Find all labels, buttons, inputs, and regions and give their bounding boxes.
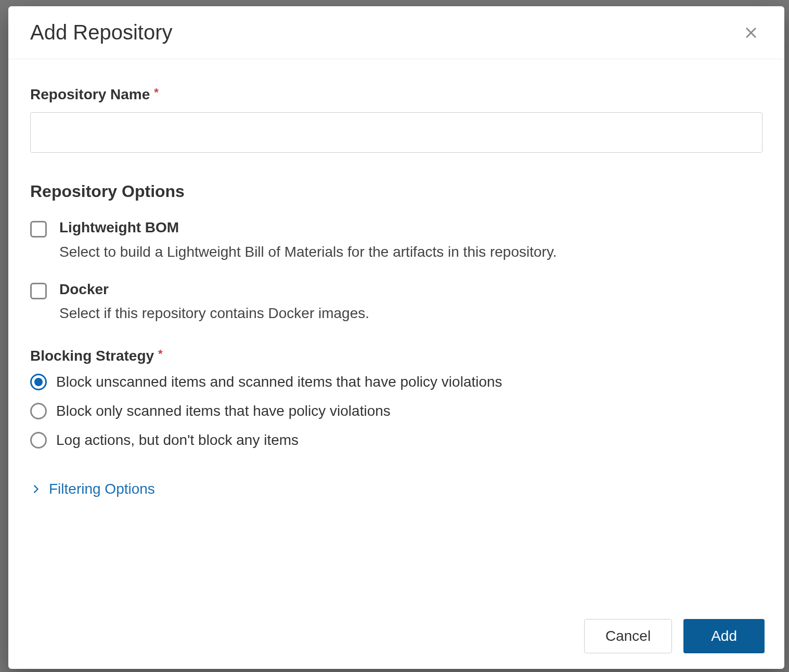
option-text: Docker Select if this repository contain…	[59, 281, 369, 324]
lightweight-bom-desc: Select to build a Lightweight Bill of Ma…	[59, 242, 557, 262]
modal-footer: Cancel Add	[8, 619, 784, 669]
option-lightweight-bom: Lightweight BOM Select to build a Lightw…	[30, 219, 762, 262]
blocking-strategy-label-text: Blocking Strategy	[30, 348, 154, 364]
docker-checkbox[interactable]	[30, 283, 47, 299]
close-button[interactable]	[740, 21, 762, 44]
radio-inner-dot	[34, 378, 43, 386]
cancel-button[interactable]: Cancel	[584, 619, 672, 653]
repo-options-heading: Repository Options	[30, 182, 762, 201]
blocking-option-1[interactable]: Block only scanned items that have polic…	[30, 403, 762, 419]
repo-name-input[interactable]	[30, 112, 762, 153]
modal-body: Repository Name * Repository Options Lig…	[8, 59, 784, 619]
chevron-right-icon	[30, 483, 42, 495]
filtering-options-label: Filtering Options	[49, 481, 155, 497]
add-repository-modal: Add Repository Repository Name * Reposit…	[8, 6, 784, 669]
radio-selected-icon	[30, 374, 47, 390]
filtering-options-toggle[interactable]: Filtering Options	[30, 481, 762, 497]
repo-name-label-text: Repository Name	[30, 86, 150, 103]
docker-desc: Select if this repository contains Docke…	[59, 303, 369, 323]
radio-unselected-icon	[30, 432, 47, 449]
blocking-strategy-label: Blocking Strategy *	[30, 348, 762, 364]
modal-header: Add Repository	[8, 6, 784, 59]
blocking-option-1-label: Block only scanned items that have polic…	[56, 403, 391, 419]
add-button[interactable]: Add	[683, 619, 765, 653]
blocking-strategy-radio-group: Block unscanned items and scanned items …	[30, 374, 762, 449]
docker-title: Docker	[59, 281, 369, 298]
radio-unselected-icon	[30, 403, 47, 419]
lightweight-bom-checkbox[interactable]	[30, 221, 47, 238]
blocking-option-0-label: Block unscanned items and scanned items …	[56, 374, 502, 390]
close-icon	[744, 25, 758, 40]
required-marker: *	[158, 347, 163, 361]
modal-title: Add Repository	[30, 21, 172, 44]
option-docker: Docker Select if this repository contain…	[30, 281, 762, 324]
option-text: Lightweight BOM Select to build a Lightw…	[59, 219, 557, 262]
repo-name-label: Repository Name *	[30, 86, 762, 103]
required-marker: *	[154, 86, 159, 99]
blocking-option-2-label: Log actions, but don't block any items	[56, 432, 299, 449]
blocking-option-2[interactable]: Log actions, but don't block any items	[30, 432, 762, 449]
lightweight-bom-title: Lightweight BOM	[59, 219, 557, 236]
blocking-option-0[interactable]: Block unscanned items and scanned items …	[30, 374, 762, 390]
